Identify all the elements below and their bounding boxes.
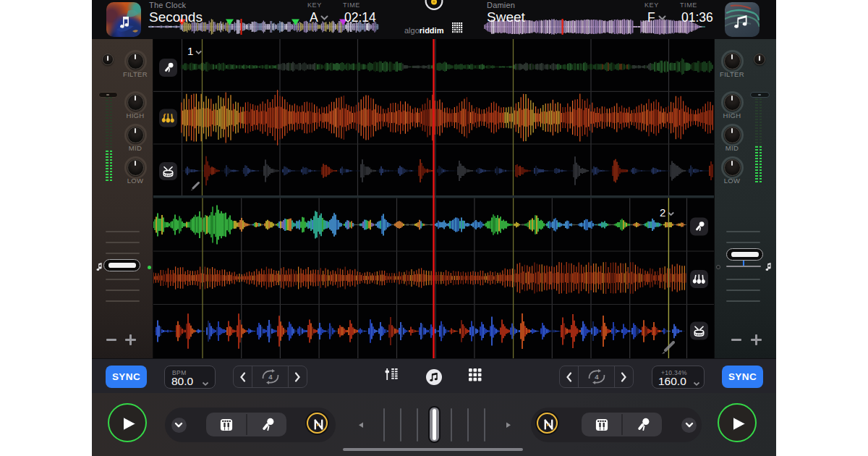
svg-text:2: 2 xyxy=(660,206,665,219)
svg-text:1: 1 xyxy=(187,45,193,57)
svg-text:4: 4 xyxy=(595,373,599,381)
svg-text:4: 4 xyxy=(268,373,273,381)
